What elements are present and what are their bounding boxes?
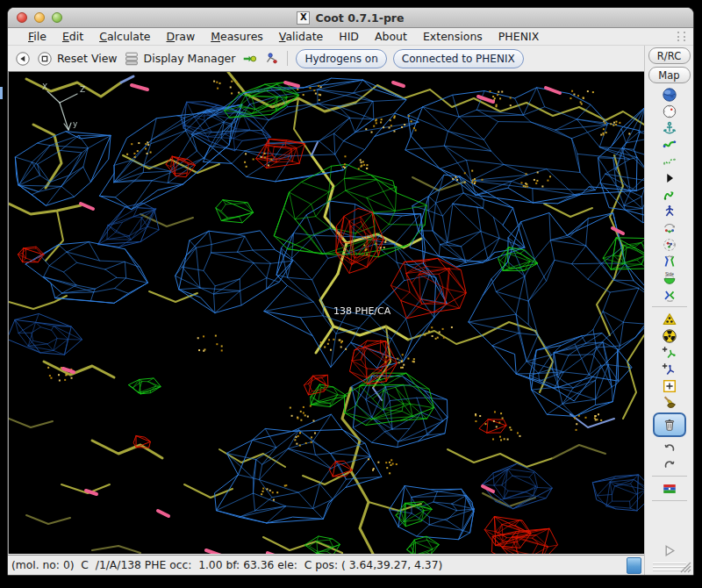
menu-bar: FileEditCalculateDrawMeasuresValidateHID… bbox=[8, 28, 693, 46]
menu-item-edit[interactable]: Edit bbox=[54, 30, 91, 43]
display-manager-button[interactable]: Display Manager bbox=[144, 52, 236, 65]
x11-icon: X bbox=[297, 11, 310, 25]
menu-item-calculate[interactable]: Calculate bbox=[91, 30, 158, 43]
menu-item-phenix[interactable]: PHENIX bbox=[491, 30, 547, 43]
simple-mutate-icon[interactable] bbox=[658, 327, 681, 344]
chi-angles-icon[interactable] bbox=[658, 236, 681, 253]
toolbar-separator bbox=[652, 500, 687, 501]
status-text: (mol. no: 0) C /1/A/138 PHE occ: 1.00 bf… bbox=[11, 559, 442, 571]
reset-view-icon[interactable] bbox=[15, 51, 31, 67]
undo-icon[interactable] bbox=[658, 439, 681, 455]
background-window-sliver bbox=[0, 87, 3, 99]
main-toolbar: Reset View Display Manager Hydrogens o bbox=[8, 46, 644, 71]
add-alt-conf-icon[interactable] bbox=[658, 361, 681, 377]
regularize-zone-icon[interactable] bbox=[658, 153, 681, 169]
menu-item-draw[interactable]: Draw bbox=[159, 30, 204, 43]
gl-canvas[interactable] bbox=[9, 72, 644, 554]
pep-flip-icon[interactable] bbox=[658, 186, 681, 203]
flag-icon[interactable] bbox=[658, 480, 681, 497]
coot-window: X Coot 0.7.1-pre FileEditCalculateDrawMe… bbox=[7, 7, 694, 576]
reset-view-button[interactable]: Reset View bbox=[57, 52, 118, 65]
rotate-translate-icon[interactable] bbox=[658, 203, 681, 219]
menu-item-hid[interactable]: HID bbox=[331, 30, 367, 43]
menu-item-extensions[interactable]: Extensions bbox=[415, 30, 491, 43]
toolbar-separator bbox=[652, 476, 687, 477]
window-title-text: Coot 0.7.1-pre bbox=[315, 11, 404, 25]
right-toolbar: R/RC Map Side bbox=[644, 46, 693, 576]
recentre-view-icon[interactable] bbox=[37, 51, 53, 67]
mutate-icon[interactable] bbox=[658, 311, 681, 327]
minimize-button[interactable] bbox=[34, 12, 45, 23]
anchor-icon[interactable] bbox=[658, 119, 681, 136]
hydrogens-toggle-button[interactable]: Hydrogens on bbox=[296, 49, 386, 68]
resize-grip-icon[interactable] bbox=[677, 559, 691, 573]
redo-icon[interactable] bbox=[658, 455, 681, 472]
delete-icon[interactable] bbox=[653, 412, 686, 437]
toolbar-separator bbox=[287, 51, 288, 66]
toolbar-separator bbox=[652, 306, 687, 307]
go-to-atom-icon[interactable] bbox=[241, 51, 257, 67]
map-button[interactable]: Map bbox=[648, 67, 691, 83]
menu-item-validate[interactable]: Validate bbox=[271, 30, 331, 43]
side-chain-flip-icon[interactable]: Side bbox=[658, 269, 681, 286]
fixed-atoms-icon[interactable] bbox=[658, 169, 681, 186]
refine-zone-icon[interactable] bbox=[658, 136, 681, 153]
refine-rc-button[interactable]: R/RC bbox=[648, 47, 691, 64]
status-scroll-thumb[interactable] bbox=[627, 557, 641, 574]
zoom-button[interactable] bbox=[52, 12, 62, 23]
menu-item-about[interactable]: About bbox=[367, 30, 415, 43]
torsion-flip-icon[interactable] bbox=[658, 253, 681, 269]
view-sphere-icon[interactable] bbox=[658, 86, 681, 103]
place-atom-icon[interactable] bbox=[658, 377, 681, 394]
molecule-icon[interactable] bbox=[263, 51, 279, 67]
rotamers-icon[interactable] bbox=[658, 219, 681, 236]
gl-viewport bbox=[8, 71, 644, 554]
menu-item-file[interactable]: File bbox=[20, 30, 54, 43]
menubar-grip-icon[interactable] bbox=[677, 32, 685, 41]
window-title: X Coot 0.7.1-pre bbox=[297, 11, 404, 25]
display-manager-icon[interactable] bbox=[124, 51, 140, 67]
menu-item-measures[interactable]: Measures bbox=[203, 30, 271, 43]
fill-partial-icon[interactable] bbox=[658, 394, 681, 411]
play-outline-icon[interactable] bbox=[658, 542, 681, 559]
phenix-connection-button[interactable]: Connected to PHENIX bbox=[393, 49, 524, 68]
title-bar[interactable]: X Coot 0.7.1-pre bbox=[8, 8, 693, 28]
add-terminal-icon[interactable] bbox=[658, 344, 681, 361]
recentre-icon[interactable] bbox=[658, 103, 681, 119]
close-button[interactable] bbox=[17, 12, 27, 23]
status-bar: (mol. no: 0) C /1/A/138 PHE occ: 1.00 bf… bbox=[8, 555, 644, 575]
jed-flip-icon[interactable] bbox=[658, 286, 681, 303]
